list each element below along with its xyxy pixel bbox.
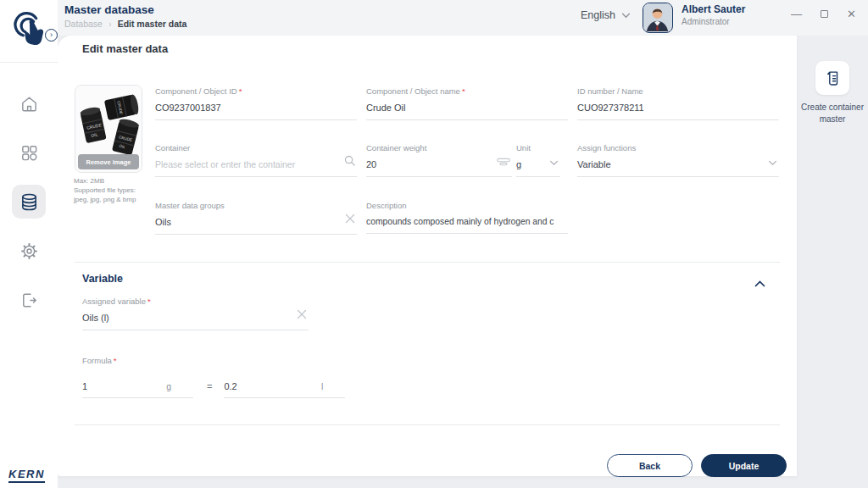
language-dropdown[interactable]: English <box>581 9 631 21</box>
formula-unit1: g <box>166 381 193 391</box>
field-master-data-groups: Master data groups <box>155 201 357 235</box>
field-label: ID number / Name <box>577 86 779 96</box>
clear-icon[interactable] <box>297 308 307 323</box>
breadcrumb-current: Edit master data <box>118 19 187 29</box>
edit-master-data-card: Edit master data CRUDE OIL CRUDE <box>58 36 797 476</box>
apps-grid-icon <box>19 143 39 163</box>
field-label: Description <box>366 201 568 210</box>
formula-right-field: l <box>224 381 345 398</box>
field-label: Assign functions <box>577 143 779 152</box>
required-asterisk: * <box>462 86 465 96</box>
chevron-down-icon <box>549 154 559 169</box>
maximize-button[interactable] <box>821 8 828 19</box>
formula-value1-input[interactable] <box>82 381 133 391</box>
search-icon[interactable] <box>344 154 355 169</box>
field-label: Assigned variable* <box>82 297 309 306</box>
back-button[interactable]: Back <box>607 454 693 477</box>
sidebar-item-settings[interactable] <box>12 234 46 268</box>
scale-icon <box>497 154 510 169</box>
gear-icon <box>19 241 39 261</box>
container-search-input[interactable] <box>155 159 357 169</box>
create-container-master-button[interactable] <box>815 61 849 95</box>
update-button[interactable]: Update <box>701 454 787 477</box>
field-label: Component / Object ID* <box>155 86 357 96</box>
logout-icon <box>19 291 39 310</box>
component-id-input[interactable] <box>155 103 357 113</box>
required-asterisk: * <box>147 297 151 306</box>
unit-select[interactable]: g <box>516 159 560 177</box>
breadcrumb-parent[interactable]: Database <box>64 19 103 29</box>
topbar: Master database Database › Edit master d… <box>58 0 868 36</box>
formula-value2-input[interactable] <box>224 381 283 391</box>
footer-divider <box>75 424 780 425</box>
formula-label: Formula* <box>82 356 117 365</box>
user-role: Adminstrator <box>682 17 730 26</box>
database-icon <box>19 192 39 212</box>
sidebar-item-database[interactable] <box>12 185 46 219</box>
field-label: Component / Object name* <box>366 86 568 96</box>
remove-image-button[interactable]: Remove image <box>78 154 139 169</box>
breadcrumb-separator: › <box>108 19 112 29</box>
maximize-icon <box>821 10 828 18</box>
breadcrumb: Database › Edit master data <box>64 19 186 29</box>
formula-left-field: g <box>82 381 193 398</box>
unit-value: g <box>516 159 521 169</box>
field-label: Unit <box>516 143 560 152</box>
field-id-number: ID number / Name <box>577 86 779 120</box>
field-container: Container <box>155 143 357 177</box>
image-max-size: Max: 2MB <box>74 177 136 186</box>
user-avatar[interactable] <box>643 3 673 33</box>
create-container-master-label: Create container master <box>797 102 868 125</box>
sidebar-item-home[interactable] <box>12 86 46 120</box>
field-unit: Unit g <box>516 143 560 177</box>
assigned-variable-input[interactable] <box>82 313 309 323</box>
clear-icon[interactable] <box>345 212 355 227</box>
image-file-types: jpeg, jpg, png & bmp <box>74 196 136 205</box>
sidebar-expand-button[interactable]: › <box>45 29 58 42</box>
field-label: Container <box>155 143 357 152</box>
chevron-up-icon <box>754 280 765 287</box>
collapse-section-button[interactable] <box>754 275 765 291</box>
image-upload-hints: Max: 2MB Supported file types: jpeg, jpg… <box>74 177 136 204</box>
assign-functions-select[interactable]: Variable <box>577 159 779 177</box>
app-title: Master database <box>64 3 154 16</box>
field-label: Container weight <box>366 143 512 152</box>
field-assigned-variable: Assigned variable* <box>82 297 309 330</box>
section-divider <box>75 262 780 263</box>
field-container-weight: Container weight <box>366 143 512 177</box>
equals-sign: = <box>207 381 212 391</box>
id-number-input[interactable] <box>577 103 779 113</box>
user-name: Albert Sauter <box>682 3 745 15</box>
sidebar-item-apps[interactable] <box>12 136 46 169</box>
chevron-down-icon <box>621 13 631 19</box>
sidebar-item-logout[interactable] <box>12 283 46 317</box>
minimize-button[interactable]: — <box>791 8 802 19</box>
chevron-down-icon <box>768 154 777 169</box>
image-file-types-label: Supported file types: <box>74 186 136 196</box>
sidebar: KERN <box>0 0 58 488</box>
component-name-input[interactable] <box>366 103 568 113</box>
language-value: English <box>581 9 615 21</box>
variable-section-title: Variable <box>82 273 123 285</box>
container-beaker-icon <box>823 69 842 87</box>
field-description: Description <box>366 201 568 234</box>
avatar-photo <box>643 3 671 31</box>
description-input[interactable] <box>366 217 568 226</box>
window-controls: — ✕ <box>791 8 856 19</box>
field-label: Master data groups <box>155 201 357 210</box>
formula-unit2: l <box>321 381 345 391</box>
required-asterisk: * <box>239 86 242 96</box>
assign-functions-value: Variable <box>577 159 611 169</box>
right-action-panel: Create container master <box>797 36 868 488</box>
field-component-name: Component / Object name* <box>366 86 568 120</box>
kern-brand-logo: KERN <box>8 468 45 483</box>
container-weight-input[interactable] <box>366 159 512 169</box>
required-asterisk: * <box>114 356 117 365</box>
page-title: Edit master data <box>82 42 168 55</box>
formula-row: g = l <box>82 381 345 398</box>
field-component-id: Component / Object ID* <box>155 86 357 120</box>
close-button[interactable]: ✕ <box>847 8 856 19</box>
home-icon <box>19 94 39 114</box>
product-image-thumbnail: CRUDE OIL CRUDE CRUDE OIL Remove image <box>75 85 142 173</box>
master-data-groups-input[interactable] <box>155 217 357 227</box>
